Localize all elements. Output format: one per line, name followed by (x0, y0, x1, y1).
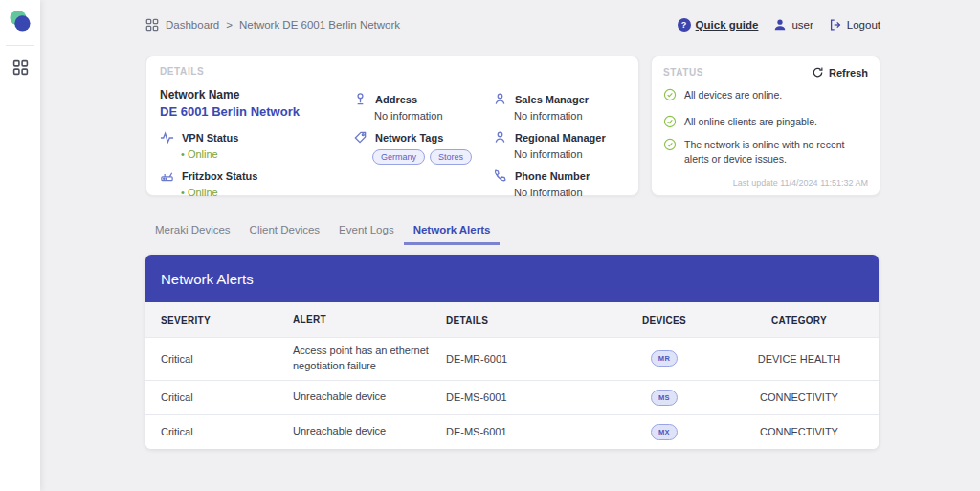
check-circle-icon (663, 115, 677, 128)
tag-pill-stores[interactable]: Stores (430, 149, 472, 165)
tab-event-logs[interactable]: Event Logs (329, 220, 404, 245)
address-field: Address No information (353, 92, 489, 122)
fritzbox-status-value: • Online (181, 187, 346, 198)
panel-title: Network Alerts (145, 255, 879, 302)
cell-category: CONNECTIVITY (720, 391, 879, 403)
fritzbox-status-field: Fritzbox Status • Online (160, 168, 346, 198)
details-card: DETAILS Network Name DE 6001 Berlin Netw… (145, 56, 639, 196)
regional-manager-label: Regional Manager (515, 132, 606, 144)
cell-details: DE-MS-6001 (446, 426, 609, 437)
topbar-actions: ? Quick guide user Logout (678, 18, 880, 32)
network-tags-list: Germany Stores (372, 149, 489, 165)
cell-details: DE-MR-6001 (446, 353, 609, 365)
status-item-text: The network is online with no recent ale… (684, 137, 868, 165)
cell-alert: Access point has an ethernet negotiation… (293, 344, 446, 374)
breadcrumb-current: Network DE 6001 Berlin Network (239, 19, 400, 31)
logout-label: Logout (847, 19, 880, 31)
network-name-label: Network Name (160, 88, 346, 101)
quick-guide-button[interactable]: ? Quick guide (678, 18, 759, 32)
network-name-value: DE 6001 Berlin Network (160, 104, 346, 119)
device-badge[interactable]: MX (651, 424, 678, 440)
top-bar: Dashboard > Network DE 6001 Berlin Netwo… (145, 0, 880, 50)
sales-manager-field: Sales Manager No information (493, 92, 644, 122)
sales-manager-value: No information (514, 110, 644, 122)
table-row: Critical Access point has an ethernet ne… (145, 337, 879, 380)
table-row: Critical Unreachable device DE-MS-6001 M… (145, 380, 879, 414)
sidebar-divider (6, 45, 34, 46)
cell-alert: Unreachable device (293, 390, 446, 405)
cell-severity: Critical (145, 426, 293, 437)
phone-number-field: Phone Number No information (493, 168, 644, 198)
check-circle-icon (663, 138, 677, 151)
status-item: The network is online with no recent ale… (663, 137, 868, 165)
phone-icon (493, 168, 507, 183)
status-item: All devices are online. (663, 87, 868, 101)
last-update-timestamp: Last update 11/4/2024 11:51:32 AM (733, 178, 868, 188)
breadcrumb-dashboard[interactable]: Dashboard (166, 19, 219, 31)
vpn-status-value: • Online (181, 148, 346, 160)
breadcrumb-separator: > (226, 19, 233, 31)
tag-pill-germany[interactable]: Germany (372, 149, 425, 165)
network-tabs: Meraki Devices Client Devices Event Logs… (145, 220, 500, 245)
sidebar (0, 0, 40, 491)
check-circle-icon (663, 88, 677, 101)
cell-alert: Unreachable device (293, 424, 446, 439)
cell-severity: Critical (145, 391, 293, 403)
logout-icon (829, 18, 842, 32)
column-header-category: CATEGORY (720, 315, 879, 325)
user-icon (773, 18, 787, 32)
map-pin-icon (353, 92, 368, 106)
cell-category: CONNECTIVITY (720, 426, 879, 437)
tab-client-devices[interactable]: Client Devices (240, 220, 330, 245)
status-item-text: All online clients are pingable. (684, 114, 817, 128)
phone-number-label: Phone Number (515, 170, 590, 182)
dashboard-grid-icon (145, 18, 159, 32)
sales-manager-label: Sales Manager (515, 94, 589, 105)
regional-manager-value: No information (514, 148, 644, 160)
dashboard-grid-icon (12, 59, 29, 76)
cell-category: DEVICE HEALTH (720, 353, 879, 365)
column-header-devices: DEVICES (609, 315, 720, 325)
address-label: Address (375, 94, 417, 105)
activity-icon (160, 130, 174, 145)
regional-manager-field: Regional Manager No information (493, 130, 644, 160)
address-value: No information (374, 110, 489, 122)
refresh-button[interactable]: Refresh (812, 66, 868, 78)
user-label: user (791, 19, 813, 31)
user-menu[interactable]: user (773, 18, 813, 32)
vpn-status-label: VPN Status (182, 132, 238, 144)
table-row: Critical Unreachable device DE-MS-6001 M… (145, 414, 879, 449)
vpn-status-field: VPN Status • Online (160, 130, 346, 160)
person-icon (493, 130, 507, 145)
refresh-icon (812, 66, 824, 78)
router-icon (160, 168, 174, 183)
status-card: STATUS Refresh All devices are online. A… (651, 56, 880, 196)
breadcrumb: Dashboard > Network DE 6001 Berlin Netwo… (145, 18, 400, 32)
column-header-severity: SEVERITY (145, 315, 293, 325)
network-tags-label: Network Tags (375, 132, 443, 144)
cell-details: DE-MS-6001 (446, 391, 609, 403)
device-badge[interactable]: MR (651, 350, 678, 367)
network-tags-field: Network Tags Germany Stores (353, 130, 489, 165)
column-header-details: DETAILS (446, 315, 609, 325)
quick-guide-label: Quick guide (696, 19, 759, 31)
tag-icon (353, 130, 368, 145)
network-alerts-panel: Network Alerts SEVERITY ALERT DETAILS DE… (145, 255, 879, 449)
refresh-label: Refresh (829, 67, 868, 78)
question-icon: ? (678, 18, 691, 32)
column-header-alert: ALERT (293, 313, 446, 327)
status-item-text: All devices are online. (684, 87, 782, 101)
cell-severity: Critical (145, 353, 293, 365)
logout-button[interactable]: Logout (829, 18, 880, 32)
details-card-title: DETAILS (160, 66, 625, 77)
status-item: All online clients are pingable. (663, 114, 868, 128)
fritzbox-status-label: Fritzbox Status (182, 170, 257, 182)
app-logo-icon[interactable] (8, 9, 33, 33)
device-badge[interactable]: MS (651, 390, 678, 406)
phone-number-value: No information (514, 187, 644, 198)
tab-meraki-devices[interactable]: Meraki Devices (145, 220, 240, 245)
person-icon (493, 92, 507, 106)
status-card-title: STATUS (663, 67, 703, 78)
tab-network-alerts[interactable]: Network Alerts (404, 220, 501, 245)
sidebar-item-dashboard[interactable] (12, 59, 29, 76)
